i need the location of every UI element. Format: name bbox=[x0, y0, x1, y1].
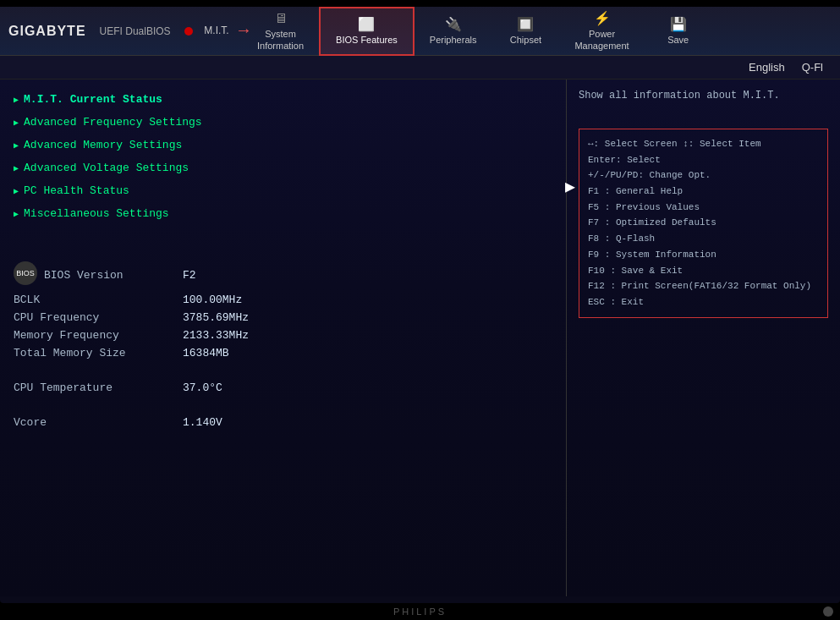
menu-item-mit-current-status[interactable]: ▶ M.I.T. Current Status bbox=[0, 88, 566, 111]
keyhelp-f10-text: F10 : Save & Exit bbox=[588, 266, 683, 276]
keyhelp-select-screen: ↔: Select Screen ↕: Select Item bbox=[588, 136, 819, 152]
cpu-freq-label: CPU Frequency bbox=[14, 311, 183, 324]
tab-mit[interactable]: M.I.T. bbox=[178, 7, 245, 56]
menu-label-0: M.I.T. Current Status bbox=[24, 93, 162, 106]
help-text-content: Show all information about M.I.T. bbox=[579, 90, 780, 102]
cpu-temp-label: CPU Temperature bbox=[14, 381, 183, 394]
save-icon: 💾 bbox=[670, 16, 687, 34]
bottom-bar: PHILIPS bbox=[0, 603, 840, 620]
thermal-info-group: CPU Temperature 37.0°C bbox=[14, 379, 552, 397]
keyhelp-change-opt-text: +/-/PU/PD: Change Opt. bbox=[588, 170, 711, 180]
cpu-freq-row: CPU Frequency 3785.69MHz bbox=[14, 309, 552, 326]
menu-item-advanced-memory[interactable]: ▶ Advanced Memory Settings bbox=[0, 134, 566, 156]
tab-power-management[interactable]: ⚡ PowerManagement bbox=[559, 7, 644, 56]
bios-version-label: BIOS Version bbox=[44, 269, 124, 282]
menu-item-pc-health[interactable]: ▶ PC Health Status bbox=[0, 179, 566, 202]
tab-power-label: PowerManagement bbox=[574, 28, 629, 52]
memory-freq-value: 2133.33MHz bbox=[183, 329, 249, 342]
language-label[interactable]: English bbox=[749, 61, 785, 74]
keyhelp-f8-text: F8 : Q-Flash bbox=[588, 233, 655, 244]
keyhelp-f12-text: F12 : Print Screen(FAT16/32 Format Only) bbox=[588, 281, 811, 291]
main-content: ▶ M.I.T. Current Status ▶ Advanced Frequ… bbox=[0, 80, 840, 596]
menu-label-3: Advanced Voltage Settings bbox=[24, 162, 189, 174]
chevron-icon-0: ▶ bbox=[14, 95, 19, 105]
nav-tabs: M.I.T. → 🖥 SystemInformation ⬜ BIOS Feat… bbox=[178, 7, 832, 56]
bclk-label: BCLK bbox=[14, 294, 183, 306]
keyhelp-f12: F12 : Print Screen(FAT16/32 Format Only) bbox=[588, 278, 819, 294]
bclk-row: BCLK 100.00MHz bbox=[14, 291, 552, 309]
info-section: BIOS BIOS Version F2 BCLK 100.00MHz CPU … bbox=[0, 259, 566, 431]
gigabyte-logo: GIGABYTE bbox=[8, 24, 86, 39]
bios-version-row: BIOS BIOS Version F2 bbox=[14, 259, 552, 291]
tab-save[interactable]: 💾 Save bbox=[645, 7, 712, 56]
keyhelp-esc-text: ESC : Exit bbox=[588, 297, 644, 307]
keyhelp-f8: F8 : Q-Flash bbox=[588, 231, 819, 247]
cpu-temp-row: CPU Temperature 37.0°C bbox=[14, 379, 552, 397]
bclk-value: 100.00MHz bbox=[183, 294, 242, 306]
philips-brand: PHILIPS bbox=[393, 606, 447, 617]
tab-chipset-label: Chipset bbox=[510, 34, 541, 46]
vcore-label: Vcore bbox=[14, 416, 183, 429]
menu-label-4: PC Health Status bbox=[24, 184, 129, 197]
mit-red-dot bbox=[184, 27, 193, 36]
keyhelp-f5: F5 : Previous Values bbox=[588, 200, 819, 216]
memory-freq-label: Memory Frequency bbox=[14, 329, 183, 342]
menu-list: ▶ M.I.T. Current Status ▶ Advanced Frequ… bbox=[0, 80, 566, 233]
total-memory-row: Total Memory Size 16384MB bbox=[14, 344, 552, 362]
bios-version-value: F2 bbox=[183, 269, 196, 282]
tab-bios-features[interactable]: ⬜ BIOS Features bbox=[319, 7, 415, 56]
keyhelp-esc: ESC : Exit bbox=[588, 294, 819, 310]
menu-label-2: Advanced Memory Settings bbox=[24, 139, 182, 151]
nav-arrow: → bbox=[239, 21, 249, 41]
keyhelp-f1: F1 : General Help bbox=[588, 184, 819, 200]
left-panel: ▶ M.I.T. Current Status ▶ Advanced Frequ… bbox=[0, 80, 567, 596]
qflash-label[interactable]: Q-Fl bbox=[802, 61, 823, 74]
uefi-label: UEFI DualBIOS bbox=[100, 25, 171, 37]
tab-peripherals-label: Peripherals bbox=[430, 34, 477, 46]
menu-item-miscellaneous[interactable]: ▶ Miscellaneous Settings bbox=[0, 202, 566, 225]
keyhelp-f7-text: F7 : Optimized Defaults bbox=[588, 217, 716, 228]
memory-freq-row: Memory Frequency 2133.33MHz bbox=[14, 326, 552, 344]
vcore-row: Vcore 1.140V bbox=[14, 414, 552, 431]
tab-mit-label: M.I.T. bbox=[194, 25, 228, 38]
language-row: English Q-Fl bbox=[0, 56, 840, 80]
keyhelp-f7: F7 : Optimized Defaults bbox=[588, 215, 819, 231]
brand-section: GIGABYTE UEFI DualBIOS bbox=[8, 24, 178, 39]
tab-system-info-label: SystemInformation bbox=[257, 28, 304, 52]
right-panel: Show all information about M.I.T. ↔: Sel… bbox=[567, 80, 840, 596]
keyhelp-enter-text: Enter: Select bbox=[588, 155, 661, 165]
menu-label-1: Advanced Frequency Settings bbox=[24, 116, 202, 129]
tab-save-label: Save bbox=[667, 34, 689, 46]
chevron-icon-3: ▶ bbox=[14, 163, 19, 173]
keyhelp-enter: Enter: Select bbox=[588, 152, 819, 168]
total-memory-label: Total Memory Size bbox=[14, 347, 183, 359]
bios-info-group: BIOS BIOS Version F2 BCLK 100.00MHz CPU … bbox=[14, 259, 552, 362]
chevron-icon-2: ▶ bbox=[14, 140, 19, 151]
bios-features-icon: ⬜ bbox=[358, 16, 375, 34]
menu-item-advanced-voltage[interactable]: ▶ Advanced Voltage Settings bbox=[0, 156, 566, 179]
keyhelp-change-opt: +/-/PU/PD: Change Opt. bbox=[588, 167, 819, 184]
tab-system-information[interactable]: 🖥 SystemInformation bbox=[242, 7, 319, 56]
chevron-icon-4: ▶ bbox=[14, 186, 19, 196]
header-bar: GIGABYTE UEFI DualBIOS M.I.T. → 🖥 System… bbox=[0, 7, 840, 56]
menu-item-advanced-frequency[interactable]: ▶ Advanced Frequency Settings bbox=[0, 111, 566, 134]
tab-chipset[interactable]: 🔲 Chipset bbox=[491, 7, 559, 56]
help-description: Show all information about M.I.T. bbox=[579, 88, 828, 103]
total-memory-value: 16384MB bbox=[183, 347, 229, 359]
voltage-info-group: Vcore 1.140V bbox=[14, 414, 552, 431]
keyhelp-select-screen-text: ↔: Select Screen ↕: Select Item bbox=[588, 139, 761, 149]
peripherals-icon: 🔌 bbox=[445, 16, 462, 34]
keyhelp-f1-text: F1 : General Help bbox=[588, 186, 683, 196]
keyhelp-f9-text: F9 : System Information bbox=[588, 250, 716, 260]
chevron-icon-5: ▶ bbox=[14, 209, 19, 219]
keyhelp-f10: F10 : Save & Exit bbox=[588, 263, 819, 279]
screen-bezel: GIGABYTE UEFI DualBIOS M.I.T. → 🖥 System… bbox=[0, 7, 840, 603]
bios-version-badge: BIOS bbox=[14, 261, 37, 285]
menu-label-5: Miscellaneous Settings bbox=[24, 207, 169, 220]
chipset-icon: 🔲 bbox=[517, 16, 534, 34]
power-icon: ⚡ bbox=[594, 10, 611, 28]
key-help-box: ↔: Select Screen ↕: Select Item Enter: S… bbox=[579, 129, 828, 318]
tab-peripherals[interactable]: 🔌 Peripherals bbox=[415, 7, 492, 56]
system-info-icon: 🖥 bbox=[274, 10, 288, 28]
keyhelp-f9: F9 : System Information bbox=[588, 247, 819, 263]
